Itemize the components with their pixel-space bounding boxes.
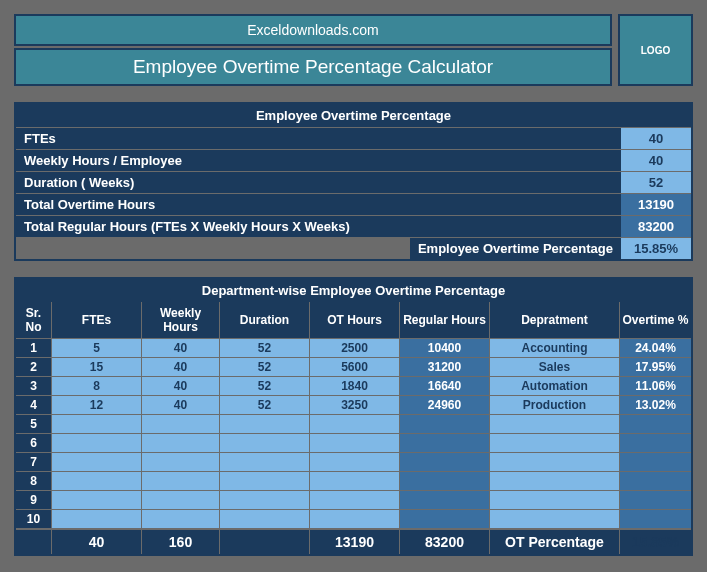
table-cell-ot[interactable]: 5600 xyxy=(310,358,400,376)
department-section: Department-wise Employee Overtime Percen… xyxy=(14,277,693,556)
table-cell-wh[interactable] xyxy=(142,453,220,471)
table-cell-ftes[interactable]: 8 xyxy=(52,377,142,395)
table-cell-dur[interactable] xyxy=(220,434,310,452)
table-cell-sr: 5 xyxy=(16,415,52,433)
table-cell-dur[interactable] xyxy=(220,510,310,528)
table-footer-row: 40 160 13190 83200 OT Percentage 15.85% xyxy=(16,528,691,554)
table-cell-ot[interactable] xyxy=(310,472,400,490)
th-overtime-pct: Overtime % xyxy=(620,302,691,338)
table-cell-pct: 24.04% xyxy=(620,339,691,357)
table-cell-wh[interactable] xyxy=(142,491,220,509)
table-cell-dept[interactable] xyxy=(490,415,620,433)
table-cell-wh[interactable]: 40 xyxy=(142,358,220,376)
table-cell-dept[interactable] xyxy=(490,472,620,490)
table-cell-dept[interactable] xyxy=(490,510,620,528)
site-name: Exceldownloads.com xyxy=(14,14,612,46)
table-cell-ftes[interactable] xyxy=(52,415,142,433)
table-cell-wh[interactable]: 40 xyxy=(142,339,220,357)
ft-duration xyxy=(220,530,310,554)
table-cell-ftes[interactable]: 12 xyxy=(52,396,142,414)
summary-section: Employee Overtime Percentage FTEs40Weekl… xyxy=(14,102,693,261)
summary-row: Duration ( Weeks)52 xyxy=(16,171,691,193)
table-cell-dur[interactable]: 52 xyxy=(220,396,310,414)
summary-pct-label: Employee Overtime Percentage xyxy=(410,238,621,259)
table-cell-dur[interactable] xyxy=(220,472,310,490)
table-cell-ftes[interactable] xyxy=(52,453,142,471)
table-cell-dept[interactable]: Production xyxy=(490,396,620,414)
table-cell-reg: 24960 xyxy=(400,396,490,414)
table-cell-dur[interactable]: 52 xyxy=(220,358,310,376)
summary-row-value[interactable]: 52 xyxy=(621,172,691,193)
table-cell-sr: 2 xyxy=(16,358,52,376)
table-cell-sr: 7 xyxy=(16,453,52,471)
table-cell-reg xyxy=(400,510,490,528)
table-header-row: Sr. No FTEs Weekly Hours Duration OT Hou… xyxy=(16,302,691,338)
logo-placeholder: LOGO xyxy=(618,14,693,86)
table-cell-dept[interactable] xyxy=(490,453,620,471)
summary-pct-value: 15.85% xyxy=(621,238,691,259)
table-cell-reg xyxy=(400,491,490,509)
table-cell-ftes[interactable] xyxy=(52,434,142,452)
table-cell-ot[interactable]: 3250 xyxy=(310,396,400,414)
table-row: 6 xyxy=(16,433,691,452)
summary-row-value[interactable]: 83200 xyxy=(621,216,691,237)
table-cell-ftes[interactable]: 15 xyxy=(52,358,142,376)
table-cell-ftes[interactable] xyxy=(52,510,142,528)
document-container: Exceldownloads.com Employee Overtime Per… xyxy=(14,14,693,556)
table-cell-pct: 11.06% xyxy=(620,377,691,395)
table-cell-reg: 10400 xyxy=(400,339,490,357)
table-row: 7 xyxy=(16,452,691,471)
summary-row-value[interactable]: 40 xyxy=(621,150,691,171)
table-cell-sr: 3 xyxy=(16,377,52,395)
table-cell-ot[interactable]: 2500 xyxy=(310,339,400,357)
summary-row: Total Overtime Hours13190 xyxy=(16,193,691,215)
table-cell-sr: 8 xyxy=(16,472,52,490)
th-ftes: FTEs xyxy=(52,302,142,338)
table-cell-ftes[interactable] xyxy=(52,491,142,509)
table-cell-wh[interactable]: 40 xyxy=(142,396,220,414)
th-sr: Sr. No xyxy=(16,302,52,338)
table-cell-wh[interactable] xyxy=(142,434,220,452)
table-cell-ot[interactable] xyxy=(310,415,400,433)
table-cell-ot[interactable] xyxy=(310,453,400,471)
table-cell-dur[interactable] xyxy=(220,453,310,471)
table-cell-wh[interactable]: 40 xyxy=(142,377,220,395)
summary-row: Weekly Hours / Employee40 xyxy=(16,149,691,171)
table-cell-pct xyxy=(620,434,691,452)
ft-ftes: 40 xyxy=(52,530,142,554)
table-row: 384052184016640Automation11.06% xyxy=(16,376,691,395)
table-cell-ftes[interactable]: 5 xyxy=(52,339,142,357)
table-cell-dur[interactable]: 52 xyxy=(220,377,310,395)
table-cell-reg xyxy=(400,472,490,490)
table-cell-dur[interactable] xyxy=(220,415,310,433)
table-cell-ot[interactable] xyxy=(310,434,400,452)
table-cell-sr: 9 xyxy=(16,491,52,509)
table-cell-sr: 1 xyxy=(16,339,52,357)
table-cell-ot[interactable]: 1840 xyxy=(310,377,400,395)
table-row: 5 xyxy=(16,414,691,433)
table-cell-dur[interactable] xyxy=(220,491,310,509)
table-cell-ftes[interactable] xyxy=(52,472,142,490)
table-cell-pct xyxy=(620,453,691,471)
th-weekly-hours: Weekly Hours xyxy=(142,302,220,338)
th-ot-hours: OT Hours xyxy=(310,302,400,338)
table-cell-wh[interactable] xyxy=(142,472,220,490)
table-cell-dept[interactable]: Automation xyxy=(490,377,620,395)
table-cell-wh[interactable] xyxy=(142,415,220,433)
table-cell-dept[interactable]: Sales xyxy=(490,358,620,376)
table-cell-ot[interactable] xyxy=(310,510,400,528)
table-cell-dept[interactable]: Accounting xyxy=(490,339,620,357)
table-cell-dur[interactable]: 52 xyxy=(220,339,310,357)
ft-ot-label: OT Percentage xyxy=(490,530,620,554)
summary-row-value[interactable]: 13190 xyxy=(621,194,691,215)
table-cell-wh[interactable] xyxy=(142,510,220,528)
th-duration: Duration xyxy=(220,302,310,338)
table-cell-sr: 6 xyxy=(16,434,52,452)
table-cell-ot[interactable] xyxy=(310,491,400,509)
table-cell-dept[interactable] xyxy=(490,434,620,452)
table-row: 2154052560031200Sales17.95% xyxy=(16,357,691,376)
summary-row-value[interactable]: 40 xyxy=(621,128,691,149)
summary-row-label: Total Regular Hours (FTEs X Weekly Hours… xyxy=(16,216,621,237)
header-left: Exceldownloads.com Employee Overtime Per… xyxy=(14,14,612,86)
table-cell-dept[interactable] xyxy=(490,491,620,509)
